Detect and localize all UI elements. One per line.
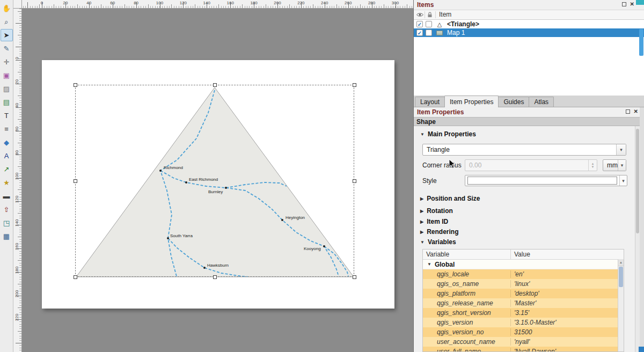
- properties-scrollbar[interactable]: [635, 126, 640, 352]
- tab-layout[interactable]: Layout: [415, 97, 445, 107]
- visibility-checkbox[interactable]: [416, 21, 423, 27]
- variable-row[interactable]: qgis_short_version'3.15': [423, 308, 624, 318]
- item-properties-panel: ▼ Main Properties Triangle ▾ Corner radi…: [414, 126, 635, 352]
- variables-scrollbar[interactable]: ▲: [618, 259, 624, 351]
- right-dock: Items ✕ Item △<Triangle>Map: [413, 0, 644, 352]
- ruler-number: 80: [14, 148, 19, 157]
- zoom-tool-icon[interactable]: ⌕: [1, 16, 13, 28]
- dock-tabs: LayoutItem PropertiesGuidesAtlas: [414, 96, 644, 107]
- scroll-up-icon[interactable]: ▲: [618, 259, 624, 266]
- move-item-content-tool-icon[interactable]: ✛: [1, 56, 13, 68]
- layout-workspace: ✋⌕➤✎✛▣▨▤T≡◆A↗★▬⇧◳▦ 020406080100120140160…: [0, 0, 413, 352]
- variable-name: qgis_short_version: [423, 309, 511, 317]
- shape-type-select[interactable]: Triangle ▾: [422, 144, 626, 156]
- fill-style-preview: [467, 177, 617, 185]
- section-rendering[interactable]: ▶Rendering: [420, 228, 459, 236]
- window-edge: [640, 107, 644, 352]
- svg-text:Burnley: Burnley: [208, 189, 223, 194]
- selection-handle[interactable]: [353, 179, 356, 183]
- edit-nodes-tool-icon[interactable]: ✎: [1, 42, 13, 55]
- variable-name: qgis_release_name: [423, 299, 511, 307]
- expand-arrow-icon: ▶: [420, 230, 423, 234]
- add-star-tool-icon[interactable]: ★: [1, 177, 13, 189]
- ruler-number: 80: [134, 1, 138, 5]
- section-rotation[interactable]: ▶Rotation: [420, 207, 453, 215]
- items-tree-header: Item: [414, 10, 644, 20]
- add-attribute-table-tool-icon[interactable]: ▦: [1, 230, 13, 243]
- scrollbar-thumb[interactable]: [619, 267, 623, 287]
- window-corner-decoration: [639, 347, 644, 352]
- selection-handle[interactable]: [213, 275, 217, 279]
- variable-row[interactable]: qgis_version'3.15.0-Master': [423, 318, 624, 327]
- variable-row[interactable]: qgis_locale'en': [423, 269, 624, 279]
- add-image-tool-icon[interactable]: ▨: [1, 83, 13, 95]
- add-arrow-tool-icon[interactable]: ↗: [1, 163, 13, 175]
- close-properties-icon[interactable]: ✕: [634, 109, 638, 114]
- items-column-header: Item: [439, 11, 451, 18]
- add-html-frame-tool-icon[interactable]: ◳: [1, 217, 13, 229]
- selection-handle[interactable]: [74, 179, 77, 183]
- item-type-label: Shape: [416, 118, 436, 126]
- items-scrollbar[interactable]: [639, 29, 643, 56]
- variable-value: '3.15': [511, 309, 624, 317]
- ruler-number: 120: [14, 195, 19, 204]
- float-panel-icon[interactable]: [622, 2, 626, 6]
- lock-checkbox[interactable]: [426, 30, 432, 36]
- add-north-arrow-tool-icon[interactable]: ⇧: [1, 203, 13, 216]
- items-panel: Items ✕ Item △<Triangle>Map: [414, 0, 644, 97]
- close-panel-icon[interactable]: ✕: [630, 2, 634, 7]
- selection-handle[interactable]: [353, 275, 356, 279]
- float-properties-icon[interactable]: [626, 109, 630, 114]
- pan-tool-icon[interactable]: ✋: [1, 2, 13, 14]
- window-corner-decoration: [636, 0, 644, 5]
- variable-row[interactable]: qgis_version_no31500: [423, 327, 624, 337]
- corner-radius-input[interactable]: 0.00 ▲▼: [465, 159, 597, 171]
- ruler-number: 180: [250, 1, 257, 5]
- section-item-id[interactable]: ▶Item ID: [420, 218, 448, 225]
- section-position-and-size[interactable]: ▶Position and Size: [420, 195, 480, 202]
- tab-atlas[interactable]: Atlas: [529, 97, 554, 107]
- lock-checkbox[interactable]: [426, 21, 432, 27]
- layout-canvas[interactable]: RichmondEast RichmondBurnleyHeyingtonSou…: [22, 9, 413, 352]
- unit-select[interactable]: mm ▾: [603, 159, 626, 171]
- tab-guides[interactable]: Guides: [498, 97, 529, 107]
- ruler-number: 20: [14, 77, 19, 86]
- visibility-eye-icon: [416, 12, 423, 17]
- item-row-triangle[interactable]: △<Triangle>: [414, 20, 644, 28]
- variable-row[interactable]: qgis_platform'desktop': [423, 289, 624, 298]
- variables-group[interactable]: ▼ Variables: [420, 238, 456, 246]
- tab-item-properties[interactable]: Item Properties: [444, 96, 499, 107]
- add-picture-tool-icon[interactable]: ▣: [1, 69, 13, 82]
- main-properties-group[interactable]: ▼ Main Properties: [420, 130, 476, 138]
- collapse-arrow-icon: ▼: [427, 262, 431, 267]
- svg-text:Heyington: Heyington: [286, 215, 305, 220]
- variables-group-row[interactable]: ▼ Global: [423, 260, 624, 269]
- selection-handle[interactable]: [74, 275, 77, 279]
- selection-handle[interactable]: [213, 83, 217, 87]
- add-scalebar-tool-icon[interactable]: ▬: [1, 190, 13, 202]
- select-items-tool-icon[interactable]: ➤: [1, 29, 13, 41]
- scrollbar-thumb[interactable]: [636, 129, 639, 233]
- visibility-checkbox[interactable]: [416, 30, 423, 36]
- variable-value: 'Nyall Dawson': [511, 348, 624, 352]
- variable-row[interactable]: user_account_name'nyall': [423, 337, 624, 347]
- variable-name: qgis_os_name: [423, 280, 511, 288]
- variable-row[interactable]: qgis_release_name'Master': [423, 298, 624, 308]
- ruler-horizontal: 0204060801001201401601802002202402602803…: [22, 0, 413, 9]
- item-row-map1[interactable]: Map 1: [414, 28, 644, 37]
- add-shape-tool-icon[interactable]: ◆: [1, 136, 13, 149]
- variable-row[interactable]: qgis_os_name'linux': [423, 279, 624, 289]
- add-legend-tool-icon[interactable]: ≡: [1, 123, 13, 135]
- selection-handle[interactable]: [353, 83, 356, 87]
- triangle-map-item[interactable]: RichmondEast RichmondBurnleyHeyingtonSou…: [42, 60, 394, 309]
- style-button[interactable]: ▾: [465, 175, 627, 186]
- ruler-number: 300: [392, 1, 399, 5]
- layout-page[interactable]: RichmondEast RichmondBurnleyHeyingtonSou…: [42, 60, 394, 309]
- add-label-tool-icon[interactable]: T: [1, 109, 13, 122]
- ruler-number: 260: [345, 1, 352, 5]
- add-map-tool-icon[interactable]: ▤: [1, 96, 13, 108]
- spinner-arrows-icon[interactable]: ▲▼: [588, 160, 597, 171]
- add-text-tool-icon[interactable]: A: [1, 150, 13, 162]
- variable-row[interactable]: user_full_name'Nyall Dawson': [423, 347, 624, 352]
- selection-handle[interactable]: [74, 83, 77, 87]
